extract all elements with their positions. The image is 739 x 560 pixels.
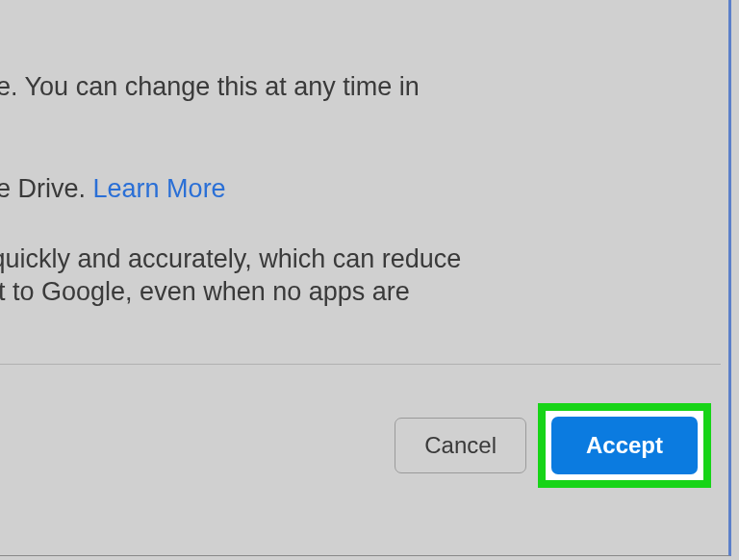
cancel-button[interactable]: Cancel: [395, 418, 526, 473]
dialog-content: ogle. You can change this at any time in…: [0, 0, 728, 308]
setting-text-2: ogle Drive. Learn More: [0, 171, 728, 206]
setting-text-3: n quickly and accurately, which can redu…: [0, 243, 728, 309]
setting-text-2-prefix: ogle Drive.: [0, 174, 93, 203]
accept-button[interactable]: Accept: [551, 417, 698, 474]
setting-text-3-line2: ent to Google, even when no apps are: [0, 276, 728, 309]
setting-text-1: ogle. You can change this at any time in: [0, 69, 728, 104]
learn-more-link[interactable]: Learn More: [93, 174, 226, 203]
google-services-dialog: ogle. You can change this at any time in…: [0, 0, 731, 556]
accept-highlight-box: Accept: [538, 403, 711, 488]
setting-text-3-line1: n quickly and accurately, which can redu…: [0, 243, 728, 276]
dialog-button-row: Cancel Accept: [395, 403, 711, 488]
divider: [0, 364, 721, 365]
